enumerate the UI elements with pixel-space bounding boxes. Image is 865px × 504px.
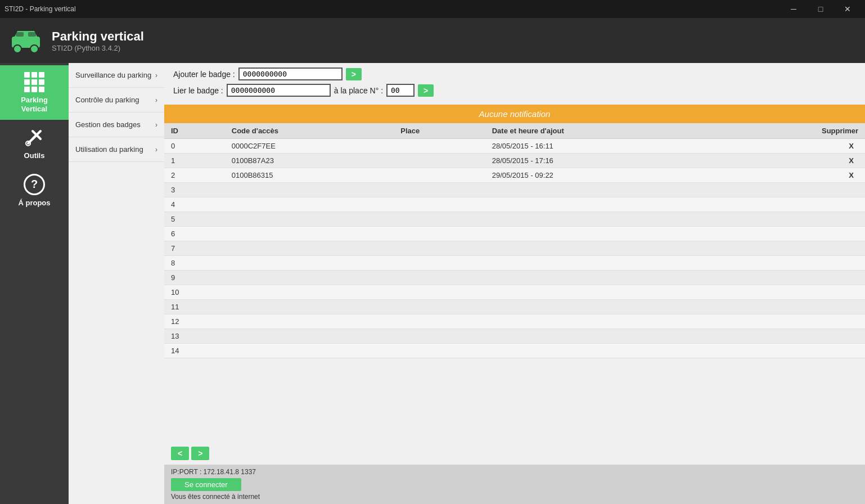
cell-code	[225, 314, 394, 329]
cell-date	[485, 329, 725, 344]
sidebar-item-outils[interactable]: Outils	[0, 120, 69, 167]
cell-place	[394, 241, 485, 256]
delete-button[interactable]	[725, 227, 865, 241]
table-row: 1 0100B87A23 28/05/2015 - 17:16 X	[164, 154, 865, 168]
notification-text: Aucune notification	[479, 109, 551, 119]
delete-button[interactable]: X	[725, 139, 865, 154]
cell-code	[225, 329, 394, 344]
sub-nav-item-controle[interactable]: Contrôle du parking ›	[69, 88, 164, 112]
cell-code: 0100B87A23	[225, 154, 394, 168]
cell-code	[225, 285, 394, 300]
app-title: Parking vertical	[52, 29, 144, 44]
maximize-button[interactable]: □	[808, 0, 834, 18]
delete-button[interactable]	[725, 285, 865, 300]
pagination: < >	[164, 442, 865, 465]
prev-page-button[interactable]: <	[171, 447, 189, 460]
cell-place	[394, 300, 485, 314]
sidebar-item-parking-vertical[interactable]: Parking Vertical	[0, 65, 69, 120]
sub-nav-label-gestion: Gestion des badges	[75, 120, 141, 129]
cell-code	[225, 300, 394, 314]
col-header-place: Place	[394, 123, 485, 139]
sidebar: Parking Vertical Outils ? Á propos	[0, 63, 69, 504]
delete-button[interactable]	[725, 329, 865, 344]
sub-nav-arrow-controle: ›	[155, 96, 157, 104]
cell-date	[485, 227, 725, 241]
cell-id: 8	[164, 256, 225, 271]
link-badge-button[interactable]: >	[418, 84, 434, 97]
table-row: 13	[164, 329, 865, 344]
cell-code	[225, 241, 394, 256]
cell-id: 4	[164, 197, 225, 212]
next-page-button[interactable]: >	[191, 447, 209, 460]
sub-nav-arrow-utilisation: ›	[155, 146, 157, 154]
cell-code	[225, 271, 394, 285]
status-bar: IP:PORT : 172.18.41.8 1337 Se connecter …	[164, 465, 865, 504]
grid-icon	[24, 72, 44, 92]
table-row: 7	[164, 241, 865, 256]
link-badge-input[interactable]	[227, 84, 331, 97]
connect-button[interactable]: Se connecter	[171, 478, 241, 491]
add-badge-button[interactable]: >	[346, 68, 362, 80]
cell-code	[225, 212, 394, 227]
sidebar-item-a-propos[interactable]: ? Á propos	[0, 167, 69, 214]
app-logo-icon	[9, 26, 43, 55]
content-area: Surveillance du parking › Contrôle du pa…	[69, 63, 865, 504]
cell-place	[394, 314, 485, 329]
col-header-delete: Supprimer	[725, 123, 865, 139]
add-badge-label: Ajouter le badge :	[173, 70, 235, 79]
cell-place	[394, 227, 485, 241]
table-row: 14	[164, 344, 865, 358]
delete-button[interactable]	[725, 271, 865, 285]
sub-nav-item-utilisation[interactable]: Utilisation du parking ›	[69, 137, 164, 162]
cell-id: 7	[164, 241, 225, 256]
cell-date	[485, 285, 725, 300]
sub-nav-item-surveillance[interactable]: Surveillance du parking ›	[69, 63, 164, 88]
cell-date	[485, 183, 725, 197]
cell-place	[394, 271, 485, 285]
delete-button[interactable]	[725, 344, 865, 358]
delete-button[interactable]	[725, 300, 865, 314]
delete-button[interactable]	[725, 197, 865, 212]
cell-date	[485, 241, 725, 256]
add-badge-input[interactable]	[238, 68, 343, 80]
delete-button[interactable]: X	[725, 168, 865, 183]
delete-button[interactable]	[725, 212, 865, 227]
cell-id: 6	[164, 227, 225, 241]
close-button[interactable]: ✕	[835, 0, 861, 18]
table-row: 3	[164, 183, 865, 197]
title-bar-left: STI2D - Parking vertical	[4, 5, 76, 13]
delete-button[interactable]	[725, 183, 865, 197]
cell-id: 2	[164, 168, 225, 183]
cell-id: 0	[164, 139, 225, 154]
sub-nav-label-utilisation: Utilisation du parking	[75, 145, 143, 154]
minimize-button[interactable]: ─	[781, 0, 807, 18]
ip-port-text: IP:PORT : 172.18.41.8 1337	[171, 468, 858, 476]
delete-button[interactable]	[725, 241, 865, 256]
cell-code	[225, 183, 394, 197]
table-row: 8	[164, 256, 865, 271]
link-badge-row: Lier le badge : à la place N° : >	[173, 84, 856, 97]
sub-nav-item-gestion[interactable]: Gestion des badges ›	[69, 112, 164, 137]
col-header-id: ID	[164, 123, 225, 139]
link-place-input[interactable]	[386, 84, 415, 97]
cell-id: 14	[164, 344, 225, 358]
delete-button[interactable]	[725, 256, 865, 271]
link-place-label: à la place N° :	[334, 86, 383, 95]
cell-date: 29/05/2015 - 09:22	[485, 168, 725, 183]
cell-id: 13	[164, 329, 225, 344]
cell-date	[485, 271, 725, 285]
cell-date: 28/05/2015 - 16:11	[485, 139, 725, 154]
app-title-group: Parking vertical STI2D (Python 3.4.2)	[52, 29, 144, 52]
col-header-date: Date et heure d'ajout	[485, 123, 725, 139]
cell-place	[394, 197, 485, 212]
delete-button[interactable]: X	[725, 154, 865, 168]
delete-button[interactable]	[725, 314, 865, 329]
table-row: 6	[164, 227, 865, 241]
cell-place	[394, 285, 485, 300]
sidebar-item-label-outils: Outils	[24, 151, 45, 160]
table-row: 9	[164, 271, 865, 285]
sub-nav-arrow-surveillance: ›	[155, 71, 157, 79]
cell-date	[485, 314, 725, 329]
sub-nav: Surveillance du parking › Contrôle du pa…	[69, 63, 164, 504]
table-row: 12	[164, 314, 865, 329]
